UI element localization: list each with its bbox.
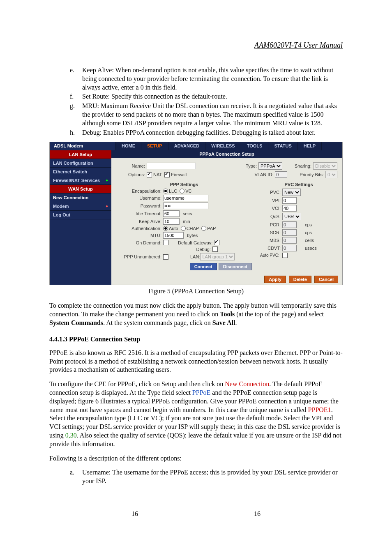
mtu-label: MTU: — [116, 233, 163, 238]
idle-input[interactable] — [163, 210, 180, 217]
nav-tools[interactable]: TOOLS — [241, 142, 269, 150]
vci-input[interactable] — [282, 205, 297, 212]
blue-text: PPPoE — [192, 389, 210, 396]
red-text: PPPOE1 — [308, 406, 331, 413]
cancel-button[interactable]: Cancel — [314, 276, 338, 283]
connect-button[interactable]: Connect — [190, 263, 217, 270]
idle-unit: secs — [183, 211, 192, 216]
encap-label: Encapsulation: — [116, 189, 163, 193]
panel-title: PPPoA Connection Setup — [111, 150, 342, 158]
sidebar-modem[interactable]: Modem● — [50, 202, 111, 211]
auth-chap-label: CHAP — [187, 226, 199, 231]
nat-checkbox[interactable] — [147, 172, 152, 177]
sidebar-new-connection[interactable]: New Connection — [50, 193, 111, 202]
keepalive-input[interactable] — [163, 218, 180, 225]
apply-button[interactable]: Apply — [264, 276, 286, 283]
page-number-left: 16 — [131, 510, 138, 518]
list-marker: e. — [70, 66, 82, 92]
list-marker: g. — [70, 102, 82, 127]
cdvt-label: CDVT: — [260, 246, 282, 251]
encap-llc-radio[interactable] — [163, 189, 168, 193]
page-numbers: 16 16 — [49, 510, 343, 518]
mbs-input — [282, 237, 297, 244]
auth-chap-radio[interactable] — [181, 226, 186, 231]
pppun-checkbox[interactable] — [163, 254, 168, 260]
sidebar-lan-config[interactable]: LAN Configuration — [50, 159, 111, 168]
figure-caption: Figure 5 (PPPoA Connection Setup) — [49, 288, 343, 295]
list-marker: f. — [70, 92, 82, 101]
paragraph-pppoe-config: To configure the CPE for PPPoE, click on… — [49, 380, 343, 448]
debug-checkbox[interactable] — [212, 246, 218, 252]
vpi-input[interactable] — [282, 197, 297, 204]
scr-label: SCR: — [260, 230, 282, 235]
username-input[interactable] — [163, 195, 208, 201]
sharing-select[interactable]: Disable — [313, 162, 337, 170]
mtu-input[interactable] — [163, 232, 184, 239]
pcr-label: PCR: — [260, 222, 282, 227]
lan-label: LAN: — [190, 254, 200, 259]
priority-label: Priority Bits: — [300, 172, 325, 177]
list-text: Set Route: Specify this connection as th… — [82, 92, 343, 101]
list-text: MRU: Maximum Receive Unit the DSL connec… — [82, 102, 343, 127]
encap-vc-radio[interactable] — [180, 189, 184, 193]
paragraph-pppoe-intro: PPPoE is also known as RFC 2516. It is a… — [49, 349, 343, 374]
firewall-checkbox[interactable] — [164, 172, 170, 177]
ondemand-label: On Demand: — [116, 240, 163, 245]
pvc-label: PVC: — [260, 190, 282, 195]
figure-pppoa-setup: ADSL Modem HOME SETUP ADVANCED WIRELESS … — [49, 142, 343, 285]
paragraph-options-intro: Following is a description of the differ… — [49, 454, 343, 463]
nav-advanced[interactable]: ADVANCED — [168, 142, 206, 150]
list-item-g: g. MRU: Maximum Receive Unit the DSL con… — [70, 102, 343, 127]
auth-pap-radio[interactable] — [201, 226, 206, 231]
auth-auto-radio[interactable] — [163, 226, 168, 231]
username-label: Username: — [116, 196, 163, 200]
action-bar: Apply Delete Cancel — [111, 274, 342, 285]
disconnect-button[interactable]: Disconnect — [219, 263, 252, 270]
sidebar-eth-switch[interactable]: Ethernet Switch — [50, 168, 111, 176]
auth-label: Authentication: — [116, 226, 163, 231]
pvc-settings-title: PVC Settings — [260, 182, 337, 187]
ppp-settings-title: PPP Settings — [116, 182, 252, 187]
list-text: Username: The username for the PPPoE acc… — [82, 468, 343, 486]
name-input[interactable] — [147, 163, 196, 169]
vlan-input — [275, 171, 287, 178]
nav-help[interactable]: HELP — [298, 142, 322, 150]
sidebar-logout[interactable]: Log Out — [50, 211, 111, 219]
pcr-unit: cps — [305, 222, 312, 227]
sidebar: LAN Setup LAN Configuration Ethernet Swi… — [50, 150, 111, 285]
nav-home[interactable]: HOME — [116, 142, 141, 150]
modem-nav: ADSL Modem HOME SETUP ADVANCED WIRELESS … — [50, 142, 342, 150]
sidebar-fw-nat[interactable]: Firewall/NAT Services● — [50, 176, 111, 185]
brand-label: ADSL Modem — [50, 142, 116, 150]
pppun-label: PPP Unnumbered: — [116, 254, 163, 259]
priority-select[interactable]: 0 — [325, 171, 337, 178]
vci-label: VCI: — [260, 206, 282, 211]
nav-status[interactable]: STATUS — [268, 142, 297, 150]
password-input[interactable] — [163, 203, 208, 209]
cdvt-unit: usecs — [305, 246, 317, 251]
autopvc-label: Auto PVC: — [260, 253, 282, 258]
nav-wireless[interactable]: WIRELESS — [205, 142, 241, 150]
pvc-select[interactable]: New — [282, 189, 301, 196]
type-select[interactable]: PPPoA — [258, 162, 282, 170]
default-gw-checkbox[interactable] — [214, 240, 219, 245]
lan-select[interactable]: LAN group 1 — [200, 253, 235, 260]
sharing-label: Sharing: — [295, 164, 313, 168]
nav-setup[interactable]: SETUP — [141, 142, 168, 150]
nat-label: NAT — [153, 172, 162, 177]
scr-input — [282, 229, 297, 236]
idle-label: Idle Timeout: — [116, 211, 163, 216]
delete-button[interactable]: Delete — [289, 276, 311, 283]
autopvc-checkbox[interactable] — [282, 253, 288, 258]
ondemand-checkbox[interactable] — [163, 240, 168, 245]
section-heading-pppoe: 4.4.1.3 PPPoE Connection Setup — [49, 336, 343, 343]
mbs-label: MBS: — [260, 238, 282, 243]
list-text: Keep Alive: When on-demand option is not… — [82, 66, 343, 92]
qos-select[interactable]: UBR — [282, 213, 301, 220]
encap-vc-label: VC — [185, 189, 191, 193]
sidebar-lan-setup: LAN Setup — [50, 150, 111, 159]
keepalive-label: Keep Alive: — [116, 219, 163, 224]
debug-label: Debug: — [116, 247, 212, 252]
default-gw-label: Default Gateway: — [178, 240, 212, 245]
list-text: Debug: Enables PPPoA connection debuggin… — [82, 129, 343, 137]
